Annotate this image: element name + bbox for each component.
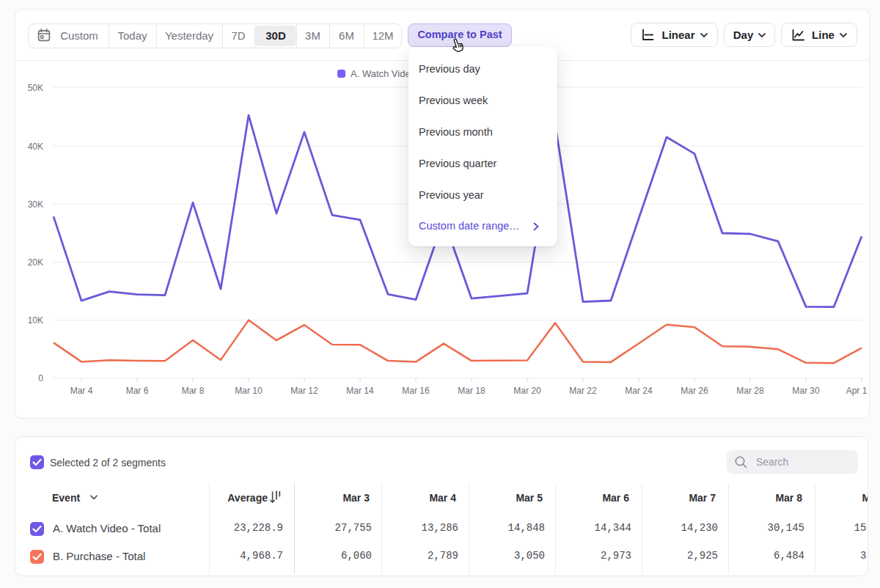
- svg-text:Mar 30: Mar 30: [792, 386, 820, 396]
- svg-text:Mar 10: Mar 10: [235, 386, 263, 396]
- svg-text:50K: 50K: [28, 83, 43, 93]
- svg-text:Mar 18: Mar 18: [458, 386, 485, 396]
- svg-text:Mar 8: Mar 8: [182, 386, 205, 396]
- svg-text:Apr 1: Apr 1: [846, 386, 868, 396]
- svg-text:10K: 10K: [28, 315, 43, 326]
- svg-text:40K: 40K: [28, 142, 43, 152]
- svg-text:Mar 4: Mar 4: [70, 386, 93, 396]
- svg-text:Mar 16: Mar 16: [402, 386, 430, 396]
- svg-text:20K: 20K: [28, 257, 43, 268]
- svg-text:Mar 26: Mar 26: [681, 386, 708, 396]
- svg-text:Mar 20: Mar 20: [513, 386, 541, 396]
- svg-text:30K: 30K: [28, 199, 43, 210]
- svg-text:Mar 12: Mar 12: [290, 386, 318, 396]
- svg-text:Mar 14: Mar 14: [346, 386, 374, 396]
- svg-text:0: 0: [38, 373, 43, 383]
- svg-text:Mar 28: Mar 28: [736, 386, 764, 396]
- svg-text:Mar 22: Mar 22: [569, 386, 597, 396]
- svg-text:Mar 24: Mar 24: [625, 386, 653, 396]
- svg-text:Mar 6: Mar 6: [126, 386, 149, 396]
